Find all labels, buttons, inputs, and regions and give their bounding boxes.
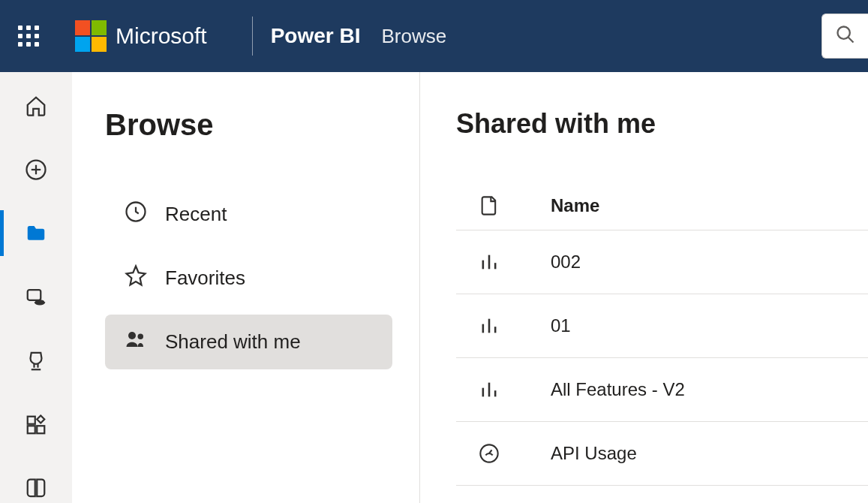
browse-item-label: Shared with me bbox=[165, 330, 301, 354]
svg-line-23 bbox=[489, 450, 492, 453]
nav-apps[interactable] bbox=[0, 411, 72, 439]
header-divider bbox=[252, 17, 253, 56]
table-row[interactable]: All Features - V2 bbox=[456, 358, 868, 422]
report-icon bbox=[479, 252, 551, 273]
nav-home[interactable] bbox=[0, 92, 72, 119]
app-name-label: Power BI bbox=[271, 24, 361, 48]
row-name: All Features - V2 bbox=[551, 379, 685, 400]
report-icon bbox=[479, 379, 551, 400]
row-name: API Usage bbox=[551, 443, 637, 464]
nav-browse[interactable] bbox=[0, 219, 72, 247]
nav-learn[interactable] bbox=[0, 475, 72, 503]
report-icon bbox=[479, 315, 551, 336]
svg-point-12 bbox=[138, 334, 144, 340]
search-icon bbox=[835, 24, 856, 48]
browse-item-label: Recent bbox=[165, 203, 227, 226]
page-breadcrumb: Browse bbox=[382, 25, 447, 48]
table-row[interactable]: 01 bbox=[456, 294, 868, 358]
table-row[interactable]: API Usage bbox=[456, 422, 868, 486]
browse-item-shared[interactable]: Shared with me bbox=[105, 315, 392, 369]
row-name: 01 bbox=[551, 315, 571, 336]
nav-rail bbox=[0, 72, 72, 503]
dashboard-icon bbox=[479, 443, 551, 464]
nav-metrics[interactable] bbox=[0, 348, 72, 375]
microsoft-brand-text: Microsoft bbox=[116, 23, 207, 49]
people-icon bbox=[125, 328, 147, 356]
svg-rect-7 bbox=[28, 417, 35, 424]
svg-rect-9 bbox=[37, 426, 44, 434]
nav-create[interactable] bbox=[0, 155, 72, 183]
svg-point-0 bbox=[837, 27, 849, 39]
app-header: Microsoft Power BI Browse bbox=[0, 0, 868, 72]
svg-rect-8 bbox=[28, 426, 35, 434]
table-header: Name bbox=[456, 182, 868, 230]
row-name: 002 bbox=[551, 252, 581, 273]
clock-icon bbox=[125, 200, 147, 228]
svg-point-11 bbox=[128, 332, 136, 339]
svg-rect-5 bbox=[28, 290, 41, 300]
microsoft-logo: Microsoft bbox=[75, 20, 207, 52]
search-button[interactable] bbox=[821, 14, 868, 59]
column-type-icon bbox=[479, 195, 551, 216]
microsoft-logo-icon bbox=[75, 20, 107, 52]
star-icon bbox=[125, 264, 147, 292]
browse-item-label: Favorites bbox=[165, 267, 245, 290]
app-launcher-button[interactable] bbox=[18, 26, 39, 47]
nav-data-hub[interactable] bbox=[0, 283, 72, 311]
column-name-header[interactable]: Name bbox=[551, 195, 599, 216]
svg-line-1 bbox=[848, 38, 853, 43]
browse-item-recent[interactable]: Recent bbox=[105, 187, 392, 242]
browse-item-favorites[interactable]: Favorites bbox=[105, 251, 392, 306]
content-title: Shared with me bbox=[456, 108, 868, 140]
table-row[interactable]: 002 bbox=[456, 230, 868, 294]
browse-panel-title: Browse bbox=[105, 108, 392, 142]
browse-panel: Browse Recent Favorites Shared with me bbox=[72, 72, 420, 503]
content-area: Shared with me Name 002 01 Al bbox=[420, 72, 868, 503]
